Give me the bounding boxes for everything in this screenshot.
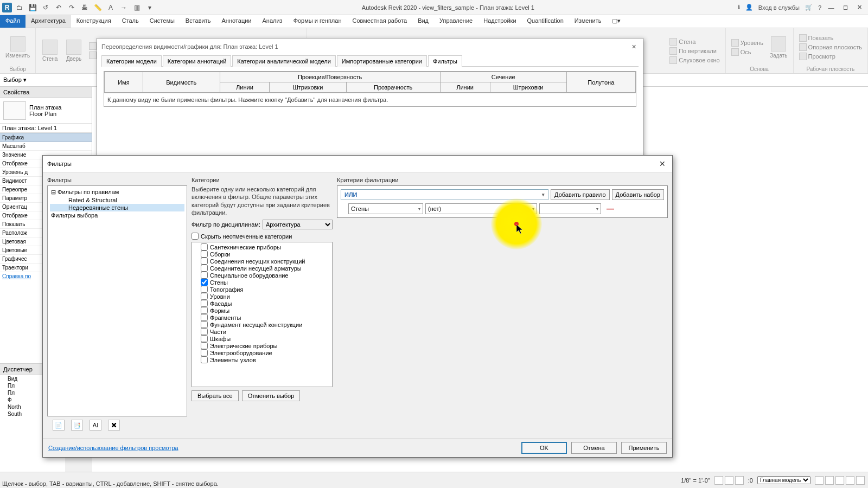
category-item[interactable]: Сантехнические приборы (193, 243, 331, 251)
tree-item-nonwood[interactable]: Недеревянные стены (50, 204, 184, 211)
category-checkbox[interactable] (201, 349, 208, 356)
type-selector-dropdown[interactable]: Выбор ▾ (3, 76, 27, 84)
sb-icon-3[interactable] (735, 476, 744, 485)
sb-icon-4[interactable] (815, 476, 824, 485)
vg-close-button[interactable]: ✕ (629, 42, 639, 52)
category-item[interactable]: Элементы узлов (193, 356, 331, 363)
category-checkbox[interactable] (201, 265, 208, 272)
dormer-small[interactable]: Слуховое окно (667, 56, 722, 65)
duplicate-filter-icon[interactable]: 📑 (71, 420, 83, 431)
sb-icon-7[interactable] (846, 476, 854, 485)
tree-selection-filters[interactable]: Фильтры выбора (50, 211, 184, 219)
exchange-icon[interactable]: 🛒 (804, 3, 814, 12)
vg-tab-annotation[interactable]: Категории аннотаций (163, 55, 231, 67)
category-item[interactable]: Части (193, 328, 331, 335)
maximize-button[interactable]: ◻ (839, 2, 852, 13)
axis-small[interactable]: Ось (729, 48, 765, 56)
qat-measure-icon[interactable]: 📏 (92, 2, 103, 13)
category-checkbox[interactable] (201, 272, 208, 279)
tab-modify[interactable]: Изменить (569, 15, 607, 28)
login-link[interactable]: Вход в службы (757, 3, 801, 12)
cancel-button[interactable]: Отмена (571, 442, 617, 454)
rule-param-dropdown[interactable]: Стены (348, 203, 423, 214)
sb-icon-1[interactable] (714, 476, 723, 485)
category-checkbox[interactable] (201, 279, 208, 286)
tab-structure[interactable]: Конструкция (71, 15, 117, 28)
refplane-small[interactable]: Опорная плоскость (797, 43, 864, 52)
tab-manage[interactable]: Управление (434, 15, 478, 28)
tab-steel[interactable]: Сталь (117, 15, 144, 28)
category-item[interactable]: Специальное оборудование (193, 272, 331, 279)
workset-dropdown[interactable]: Главная модель (757, 476, 810, 484)
wall-button[interactable]: Стена (39, 38, 61, 63)
qat-save-icon[interactable]: 💾 (27, 2, 38, 13)
rule-value-dropdown[interactable] (539, 203, 601, 214)
category-item[interactable]: Шкафы (193, 335, 331, 342)
category-item[interactable]: Фасады (193, 300, 331, 307)
tab-systems[interactable]: Системы (144, 15, 180, 28)
tab-massing[interactable]: Формы и генплан (288, 15, 347, 28)
qat-open-icon[interactable]: 🗀 (14, 2, 25, 13)
category-checkbox[interactable] (201, 307, 208, 314)
wall2-small[interactable]: Стена (667, 37, 722, 46)
category-item[interactable]: Сборки (193, 251, 331, 258)
category-item[interactable]: Стены (193, 279, 331, 286)
sb-icon-6[interactable] (835, 476, 844, 485)
category-checkbox[interactable] (201, 258, 208, 265)
category-item[interactable]: Электрооборудование (193, 349, 331, 356)
category-checkbox[interactable] (201, 314, 208, 321)
tab-file[interactable]: Файл (0, 15, 25, 28)
help-link[interactable]: Создание/использование фильтров просмотр… (48, 445, 178, 451)
sb-icon-2[interactable] (725, 476, 733, 485)
category-checkbox[interactable] (201, 328, 208, 335)
category-item[interactable]: Топография (193, 286, 331, 293)
category-checkbox[interactable] (201, 243, 208, 251)
logic-dropdown[interactable]: ИЛИ (341, 189, 548, 200)
select-all-button[interactable]: Выбрать все (192, 390, 239, 401)
sb-icon-8[interactable] (856, 476, 865, 485)
qat-undo-icon[interactable]: ↶ (53, 2, 64, 13)
category-checkbox[interactable] (201, 251, 208, 258)
viewer-small[interactable]: Просмотр (797, 52, 864, 61)
tab-collaborate[interactable]: Совместная работа (347, 15, 412, 28)
rule-delete-icon[interactable]: — (603, 204, 617, 213)
qat-print-icon[interactable]: 🖶 (79, 2, 90, 13)
discipline-dropdown[interactable]: Архитектура (263, 220, 333, 229)
category-item[interactable]: Фрагменты (193, 314, 331, 321)
category-item[interactable]: Формы (193, 307, 331, 314)
new-filter-icon[interactable]: 📄 (53, 420, 65, 431)
hide-unchecked-checkbox[interactable] (192, 233, 199, 240)
ok-button[interactable]: OK (521, 442, 567, 454)
filters-tree[interactable]: ⊟ Фильтры по правилам Rated & Structural… (47, 185, 187, 416)
vg-tab-model[interactable]: Категории модели (101, 55, 162, 67)
category-checkbox[interactable] (201, 293, 208, 300)
category-checkbox[interactable] (201, 286, 208, 293)
tab-view[interactable]: Вид (412, 15, 434, 28)
categories-list[interactable]: Сантехнические приборыСборкиСоединения н… (192, 242, 333, 387)
category-item[interactable]: Соединения несущих конструкций (193, 258, 331, 265)
add-set-button[interactable]: Добавить набор (612, 189, 664, 200)
qat-section-icon[interactable]: ▥ (131, 2, 142, 13)
sb-icon-5[interactable] (825, 476, 834, 485)
tab-analyze[interactable]: Анализ (257, 15, 288, 28)
tree-rule-filters[interactable]: ⊟ Фильтры по правилам (50, 188, 184, 196)
category-checkbox[interactable] (201, 321, 208, 328)
delete-filter-icon[interactable]: 🗙 (108, 420, 120, 431)
category-checkbox[interactable] (201, 335, 208, 342)
category-checkbox[interactable] (201, 300, 208, 307)
status-scale[interactable]: 1/8" = 1'-0" (681, 477, 710, 484)
modify-button[interactable]: Изменить (3, 35, 32, 60)
tab-quantification[interactable]: Quantification (522, 15, 569, 28)
close-button[interactable]: ✕ (853, 2, 866, 13)
apply-button[interactable]: Применить (621, 442, 667, 454)
type-selector[interactable]: План этажа Floor Plan (0, 98, 92, 124)
tab-annotate[interactable]: Аннотации (216, 15, 257, 28)
rename-filter-icon[interactable]: AI (90, 420, 101, 431)
show-small[interactable]: Показать (797, 34, 864, 42)
tab-addins[interactable]: Надстройки (478, 15, 521, 28)
set-button[interactable]: Задать (768, 35, 790, 60)
category-item[interactable]: Соединители несущей арматуры (193, 265, 331, 272)
prop-row[interactable]: Масштаб (0, 142, 92, 150)
tab-insert[interactable]: Вставить (180, 15, 216, 28)
qat-text-icon[interactable]: A (105, 2, 116, 13)
